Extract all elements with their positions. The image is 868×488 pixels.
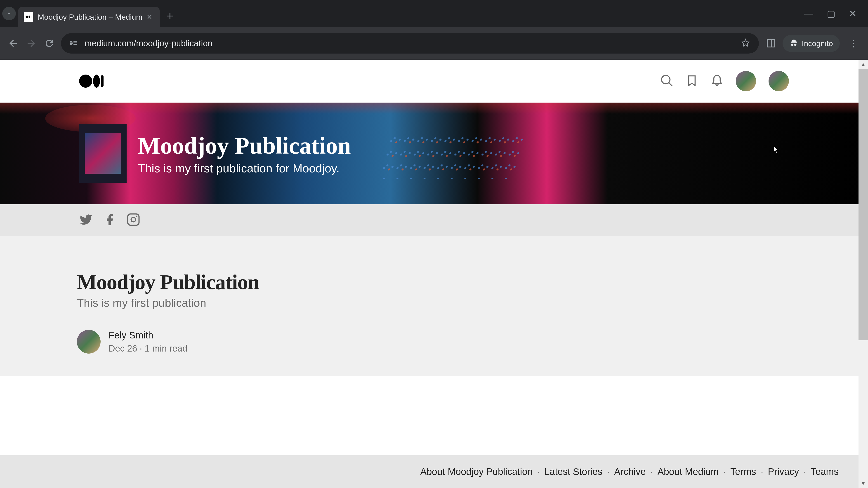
facebook-icon[interactable] <box>103 213 116 227</box>
footer-link-terms[interactable]: Terms <box>730 466 756 477</box>
url-text: medium.com/moodjoy-publication <box>85 39 735 48</box>
maximize-button[interactable]: ▢ <box>827 8 835 19</box>
medium-favicon <box>24 12 33 22</box>
scrollbar-up-icon[interactable]: ▲ <box>859 60 868 69</box>
svg-point-4 <box>131 217 135 222</box>
minimize-button[interactable]: — <box>804 8 813 19</box>
hero-banner: Moodjoy Publication This is my first pub… <box>0 103 868 204</box>
user-avatar[interactable] <box>769 71 789 91</box>
article-section: Moodjoy Publication This is my first pub… <box>0 236 868 376</box>
medium-logo[interactable] <box>79 74 103 88</box>
hero-text: Moodjoy Publication This is my first pub… <box>138 132 351 175</box>
header-actions <box>660 71 789 91</box>
footer-link-about-medium[interactable]: About Medium <box>657 466 719 477</box>
author-name[interactable]: Fely Smith <box>108 330 187 341</box>
footer-link-privacy[interactable]: Privacy <box>768 466 799 477</box>
medium-header <box>0 60 868 103</box>
article-subtitle: This is my first publication <box>77 296 791 310</box>
footer-link-about-pub[interactable]: About Moodjoy Publication <box>420 466 532 477</box>
publication-avatar[interactable] <box>736 71 756 91</box>
author-row: Fely Smith Dec 26 · 1 min read <box>77 330 791 354</box>
scrollbar[interactable]: ▲ ▼ <box>859 60 868 488</box>
reload-button[interactable] <box>43 37 55 50</box>
page-footer: About Moodjoy Publication · Latest Stori… <box>0 455 861 488</box>
author-avatar[interactable] <box>77 330 101 354</box>
site-settings-icon[interactable] <box>69 38 79 49</box>
instagram-icon[interactable] <box>127 213 140 227</box>
footer-link-latest[interactable]: Latest Stories <box>544 466 602 477</box>
address-bar[interactable]: medium.com/moodjoy-publication <box>61 33 759 54</box>
window-controls: — ▢ ✕ <box>804 8 866 19</box>
svg-point-0 <box>26 15 29 19</box>
article-title[interactable]: Moodjoy Publication <box>77 270 791 294</box>
tab-title: Moodjoy Publication – Medium <box>38 13 143 22</box>
hero-subtitle: This is my first publication for Moodjoy… <box>138 162 351 175</box>
scrollbar-down-icon[interactable]: ▼ <box>859 479 868 488</box>
new-tab-button[interactable]: + <box>166 9 173 22</box>
incognito-label: Incognito <box>802 39 833 48</box>
browser-menu-button[interactable]: ⋮ <box>845 38 861 48</box>
address-bar-row: medium.com/moodjoy-publication Incognito… <box>0 27 868 60</box>
forward-button[interactable] <box>25 37 37 50</box>
browser-tab[interactable]: Moodjoy Publication – Medium × <box>18 7 160 27</box>
article-meta: Dec 26 · 1 min read <box>108 344 187 354</box>
footer-link-teams[interactable]: Teams <box>811 466 839 477</box>
hero-title: Moodjoy Publication <box>138 132 351 159</box>
incognito-badge[interactable]: Incognito <box>782 35 840 52</box>
author-info: Fely Smith Dec 26 · 1 min read <box>108 330 187 354</box>
side-panel-button[interactable] <box>765 37 777 50</box>
close-window-button[interactable]: ✕ <box>849 8 857 19</box>
svg-rect-3 <box>128 214 139 225</box>
tab-search-button[interactable] <box>2 7 16 20</box>
footer-link-archive[interactable]: Archive <box>614 466 646 477</box>
browser-chrome: Moodjoy Publication – Medium × + — ▢ ✕ m… <box>0 0 868 60</box>
close-tab-icon[interactable]: × <box>147 12 152 22</box>
svg-point-1 <box>29 15 30 19</box>
search-icon[interactable] <box>660 74 673 88</box>
tab-bar: Moodjoy Publication – Medium × + — ▢ ✕ <box>0 0 868 27</box>
social-bar <box>0 204 868 236</box>
bell-icon[interactable] <box>711 74 723 88</box>
publication-hero-avatar[interactable] <box>79 124 127 183</box>
twitter-icon[interactable] <box>79 213 93 227</box>
bookmark-icon[interactable] <box>686 74 698 88</box>
back-button[interactable] <box>7 37 19 50</box>
page-content: Moodjoy Publication This is my first pub… <box>0 60 868 488</box>
svg-point-2 <box>31 15 31 18</box>
scrollbar-thumb[interactable] <box>859 69 868 340</box>
svg-point-5 <box>135 216 137 218</box>
bookmark-star-icon[interactable] <box>740 37 751 49</box>
